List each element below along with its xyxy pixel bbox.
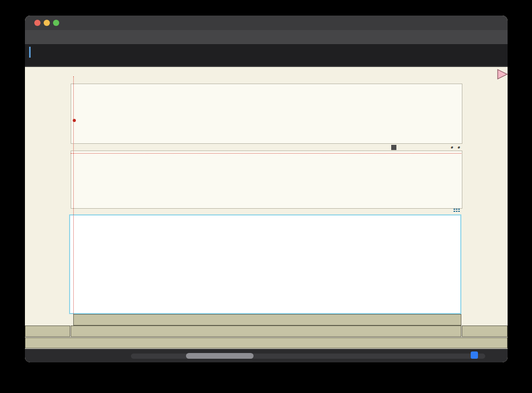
right-outside-bar[interactable]	[462, 326, 508, 337]
spectrogram-plot[interactable]	[71, 151, 461, 207]
waveform-plot[interactable]	[71, 84, 461, 142]
group-toggle[interactable]	[471, 351, 481, 359]
left-outside-bar[interactable]	[25, 326, 70, 337]
waveform-panel[interactable]	[71, 84, 462, 144]
editor-window: • •	[25, 16, 508, 362]
grid-icon	[454, 209, 460, 214]
textgrid-panel[interactable]	[69, 214, 461, 314]
praat-textgrid-editor: • •	[0, 0, 532, 393]
spectrogram-swatch-icon	[391, 145, 396, 150]
spectrogram-panel[interactable]	[71, 151, 462, 209]
group-checkbox[interactable]	[471, 351, 478, 359]
window-title	[25, 16, 508, 30]
cursor-line[interactable]	[73, 76, 74, 314]
formant-ceiling-line	[71, 153, 461, 154]
cursor-to-end-bar[interactable]	[73, 314, 461, 326]
menu-bar	[25, 30, 508, 44]
time-scrollbar-thumb[interactable]	[186, 353, 254, 359]
cursor-amplitude-dot	[73, 119, 76, 122]
text-caret	[29, 47, 31, 58]
title-bar[interactable]	[25, 16, 508, 31]
time-scrollbar[interactable]	[131, 354, 485, 359]
interval-text-field[interactable]	[25, 44, 508, 67]
visible-part-bar[interactable]	[71, 326, 461, 337]
total-duration-bar[interactable]	[25, 337, 508, 348]
bottom-control-bar	[25, 349, 508, 362]
play-button[interactable]	[497, 69, 508, 79]
editor-content: • •	[25, 67, 508, 349]
